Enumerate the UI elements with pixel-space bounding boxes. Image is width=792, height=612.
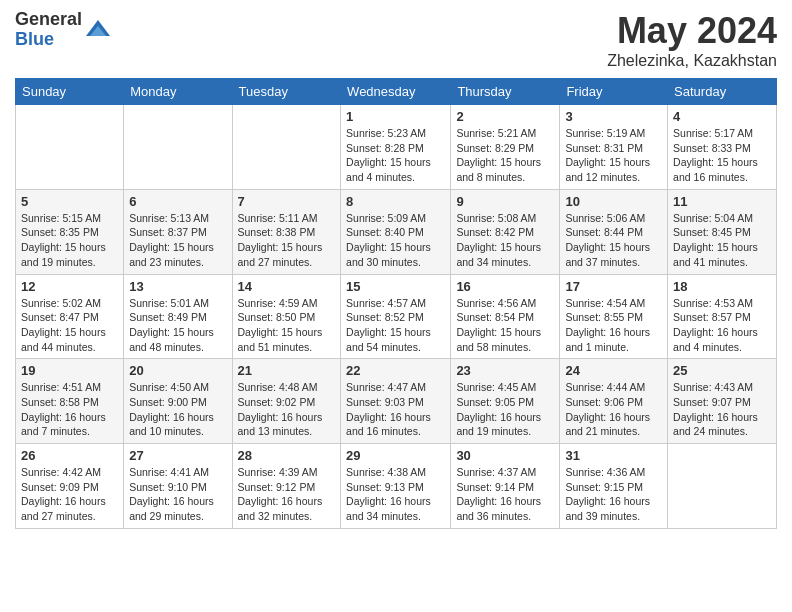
logo-area: General Blue	[15, 10, 112, 50]
day-info: Sunrise: 4:38 AMSunset: 9:13 PMDaylight:…	[346, 465, 445, 524]
day-info: Sunrise: 4:39 AMSunset: 9:12 PMDaylight:…	[238, 465, 336, 524]
day-info: Sunrise: 5:23 AMSunset: 8:28 PMDaylight:…	[346, 126, 445, 185]
day-cell: 17Sunrise: 4:54 AMSunset: 8:55 PMDayligh…	[560, 274, 668, 359]
day-number: 9	[456, 194, 554, 209]
day-cell: 13Sunrise: 5:01 AMSunset: 8:49 PMDayligh…	[124, 274, 232, 359]
week-row-1: 1Sunrise: 5:23 AMSunset: 8:28 PMDaylight…	[16, 105, 777, 190]
day-cell: 12Sunrise: 5:02 AMSunset: 8:47 PMDayligh…	[16, 274, 124, 359]
col-tuesday: Tuesday	[232, 79, 341, 105]
day-number: 6	[129, 194, 226, 209]
day-cell: 16Sunrise: 4:56 AMSunset: 8:54 PMDayligh…	[451, 274, 560, 359]
week-row-2: 5Sunrise: 5:15 AMSunset: 8:35 PMDaylight…	[16, 189, 777, 274]
day-info: Sunrise: 4:36 AMSunset: 9:15 PMDaylight:…	[565, 465, 662, 524]
day-info: Sunrise: 5:21 AMSunset: 8:29 PMDaylight:…	[456, 126, 554, 185]
day-info: Sunrise: 5:02 AMSunset: 8:47 PMDaylight:…	[21, 296, 118, 355]
day-cell: 9Sunrise: 5:08 AMSunset: 8:42 PMDaylight…	[451, 189, 560, 274]
day-number: 12	[21, 279, 118, 294]
day-cell: 26Sunrise: 4:42 AMSunset: 9:09 PMDayligh…	[16, 444, 124, 529]
day-info: Sunrise: 4:59 AMSunset: 8:50 PMDaylight:…	[238, 296, 336, 355]
month-title: May 2024	[607, 10, 777, 52]
day-info: Sunrise: 5:15 AMSunset: 8:35 PMDaylight:…	[21, 211, 118, 270]
day-cell: 7Sunrise: 5:11 AMSunset: 8:38 PMDaylight…	[232, 189, 341, 274]
day-number: 16	[456, 279, 554, 294]
day-cell: 11Sunrise: 5:04 AMSunset: 8:45 PMDayligh…	[668, 189, 777, 274]
title-area: May 2024 Zhelezinka, Kazakhstan	[607, 10, 777, 70]
day-cell: 10Sunrise: 5:06 AMSunset: 8:44 PMDayligh…	[560, 189, 668, 274]
day-cell: 18Sunrise: 4:53 AMSunset: 8:57 PMDayligh…	[668, 274, 777, 359]
day-number: 25	[673, 363, 771, 378]
day-info: Sunrise: 4:45 AMSunset: 9:05 PMDaylight:…	[456, 380, 554, 439]
day-number: 11	[673, 194, 771, 209]
day-number: 28	[238, 448, 336, 463]
col-thursday: Thursday	[451, 79, 560, 105]
week-row-3: 12Sunrise: 5:02 AMSunset: 8:47 PMDayligh…	[16, 274, 777, 359]
day-cell	[16, 105, 124, 190]
week-row-5: 26Sunrise: 4:42 AMSunset: 9:09 PMDayligh…	[16, 444, 777, 529]
day-number: 24	[565, 363, 662, 378]
day-number: 5	[21, 194, 118, 209]
day-number: 26	[21, 448, 118, 463]
day-info: Sunrise: 4:57 AMSunset: 8:52 PMDaylight:…	[346, 296, 445, 355]
week-row-4: 19Sunrise: 4:51 AMSunset: 8:58 PMDayligh…	[16, 359, 777, 444]
day-cell: 20Sunrise: 4:50 AMSunset: 9:00 PMDayligh…	[124, 359, 232, 444]
day-info: Sunrise: 4:41 AMSunset: 9:10 PMDaylight:…	[129, 465, 226, 524]
day-cell: 5Sunrise: 5:15 AMSunset: 8:35 PMDaylight…	[16, 189, 124, 274]
day-cell	[232, 105, 341, 190]
day-info: Sunrise: 4:51 AMSunset: 8:58 PMDaylight:…	[21, 380, 118, 439]
day-number: 14	[238, 279, 336, 294]
day-info: Sunrise: 4:54 AMSunset: 8:55 PMDaylight:…	[565, 296, 662, 355]
day-cell: 30Sunrise: 4:37 AMSunset: 9:14 PMDayligh…	[451, 444, 560, 529]
day-info: Sunrise: 4:42 AMSunset: 9:09 PMDaylight:…	[21, 465, 118, 524]
day-info: Sunrise: 4:37 AMSunset: 9:14 PMDaylight:…	[456, 465, 554, 524]
day-cell: 22Sunrise: 4:47 AMSunset: 9:03 PMDayligh…	[341, 359, 451, 444]
day-cell: 21Sunrise: 4:48 AMSunset: 9:02 PMDayligh…	[232, 359, 341, 444]
day-number: 30	[456, 448, 554, 463]
day-info: Sunrise: 4:43 AMSunset: 9:07 PMDaylight:…	[673, 380, 771, 439]
day-cell: 14Sunrise: 4:59 AMSunset: 8:50 PMDayligh…	[232, 274, 341, 359]
day-cell: 25Sunrise: 4:43 AMSunset: 9:07 PMDayligh…	[668, 359, 777, 444]
day-cell: 8Sunrise: 5:09 AMSunset: 8:40 PMDaylight…	[341, 189, 451, 274]
page: General Blue May 2024 Zhelezinka, Kazakh…	[0, 0, 792, 612]
day-number: 1	[346, 109, 445, 124]
col-friday: Friday	[560, 79, 668, 105]
day-number: 29	[346, 448, 445, 463]
day-info: Sunrise: 5:17 AMSunset: 8:33 PMDaylight:…	[673, 126, 771, 185]
col-saturday: Saturday	[668, 79, 777, 105]
day-info: Sunrise: 4:48 AMSunset: 9:02 PMDaylight:…	[238, 380, 336, 439]
day-info: Sunrise: 4:50 AMSunset: 9:00 PMDaylight:…	[129, 380, 226, 439]
day-number: 13	[129, 279, 226, 294]
logo-general: General	[15, 10, 82, 30]
day-cell: 4Sunrise: 5:17 AMSunset: 8:33 PMDaylight…	[668, 105, 777, 190]
day-number: 3	[565, 109, 662, 124]
day-info: Sunrise: 5:08 AMSunset: 8:42 PMDaylight:…	[456, 211, 554, 270]
day-number: 4	[673, 109, 771, 124]
day-info: Sunrise: 5:01 AMSunset: 8:49 PMDaylight:…	[129, 296, 226, 355]
logo-icon	[84, 16, 112, 44]
day-number: 18	[673, 279, 771, 294]
day-number: 15	[346, 279, 445, 294]
calendar-table: Sunday Monday Tuesday Wednesday Thursday…	[15, 78, 777, 529]
day-number: 22	[346, 363, 445, 378]
logo-blue: Blue	[15, 30, 82, 50]
day-cell: 3Sunrise: 5:19 AMSunset: 8:31 PMDaylight…	[560, 105, 668, 190]
day-number: 23	[456, 363, 554, 378]
day-cell: 6Sunrise: 5:13 AMSunset: 8:37 PMDaylight…	[124, 189, 232, 274]
day-cell: 2Sunrise: 5:21 AMSunset: 8:29 PMDaylight…	[451, 105, 560, 190]
location-subtitle: Zhelezinka, Kazakhstan	[607, 52, 777, 70]
day-cell: 15Sunrise: 4:57 AMSunset: 8:52 PMDayligh…	[341, 274, 451, 359]
day-number: 7	[238, 194, 336, 209]
day-info: Sunrise: 5:11 AMSunset: 8:38 PMDaylight:…	[238, 211, 336, 270]
col-monday: Monday	[124, 79, 232, 105]
day-number: 8	[346, 194, 445, 209]
day-info: Sunrise: 5:06 AMSunset: 8:44 PMDaylight:…	[565, 211, 662, 270]
day-cell: 19Sunrise: 4:51 AMSunset: 8:58 PMDayligh…	[16, 359, 124, 444]
col-wednesday: Wednesday	[341, 79, 451, 105]
day-info: Sunrise: 4:53 AMSunset: 8:57 PMDaylight:…	[673, 296, 771, 355]
day-number: 17	[565, 279, 662, 294]
day-cell: 1Sunrise: 5:23 AMSunset: 8:28 PMDaylight…	[341, 105, 451, 190]
day-cell: 27Sunrise: 4:41 AMSunset: 9:10 PMDayligh…	[124, 444, 232, 529]
day-cell: 28Sunrise: 4:39 AMSunset: 9:12 PMDayligh…	[232, 444, 341, 529]
day-info: Sunrise: 5:09 AMSunset: 8:40 PMDaylight:…	[346, 211, 445, 270]
day-cell: 23Sunrise: 4:45 AMSunset: 9:05 PMDayligh…	[451, 359, 560, 444]
header: General Blue May 2024 Zhelezinka, Kazakh…	[15, 10, 777, 70]
